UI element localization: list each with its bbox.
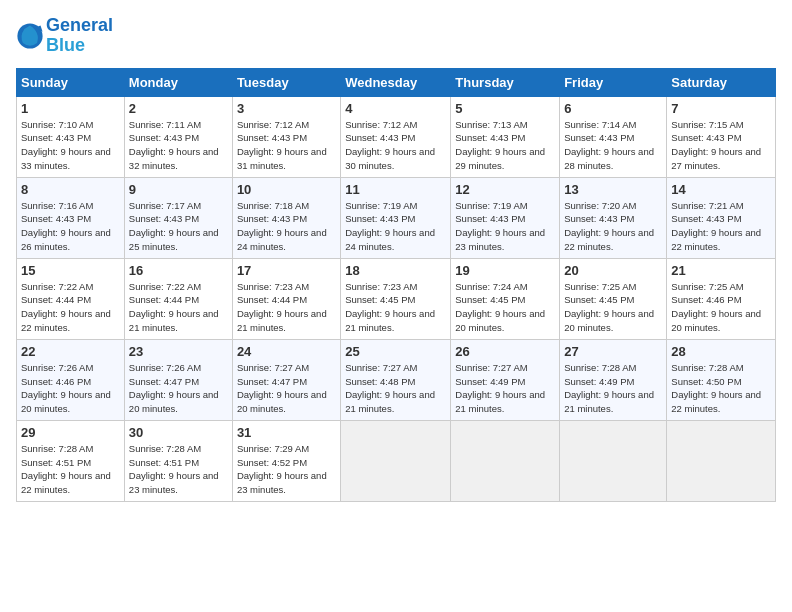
calendar-cell: 30 Sunrise: 7:28 AM Sunset: 4:51 PM Dayl… xyxy=(124,420,232,501)
calendar-cell xyxy=(341,420,451,501)
header-monday: Monday xyxy=(124,68,232,96)
day-info: Sunrise: 7:28 AM Sunset: 4:49 PM Dayligh… xyxy=(564,361,662,416)
day-info: Sunrise: 7:28 AM Sunset: 4:50 PM Dayligh… xyxy=(671,361,771,416)
day-number: 12 xyxy=(455,182,555,197)
day-info: Sunrise: 7:27 AM Sunset: 4:48 PM Dayligh… xyxy=(345,361,446,416)
day-number: 20 xyxy=(564,263,662,278)
day-info: Sunrise: 7:23 AM Sunset: 4:45 PM Dayligh… xyxy=(345,280,446,335)
logo: General Blue xyxy=(16,16,113,56)
day-number: 22 xyxy=(21,344,120,359)
day-number: 17 xyxy=(237,263,336,278)
day-info: Sunrise: 7:22 AM Sunset: 4:44 PM Dayligh… xyxy=(21,280,120,335)
day-number: 3 xyxy=(237,101,336,116)
calendar-cell xyxy=(451,420,560,501)
calendar-cell xyxy=(560,420,667,501)
calendar-cell: 11 Sunrise: 7:19 AM Sunset: 4:43 PM Dayl… xyxy=(341,177,451,258)
calendar-cell: 1 Sunrise: 7:10 AM Sunset: 4:43 PM Dayli… xyxy=(17,96,125,177)
day-info: Sunrise: 7:27 AM Sunset: 4:47 PM Dayligh… xyxy=(237,361,336,416)
day-number: 23 xyxy=(129,344,228,359)
day-number: 7 xyxy=(671,101,771,116)
day-number: 18 xyxy=(345,263,446,278)
day-number: 24 xyxy=(237,344,336,359)
calendar-week-3: 15 Sunrise: 7:22 AM Sunset: 4:44 PM Dayl… xyxy=(17,258,776,339)
day-info: Sunrise: 7:24 AM Sunset: 4:45 PM Dayligh… xyxy=(455,280,555,335)
day-number: 11 xyxy=(345,182,446,197)
day-number: 5 xyxy=(455,101,555,116)
header-friday: Friday xyxy=(560,68,667,96)
calendar-cell: 6 Sunrise: 7:14 AM Sunset: 4:43 PM Dayli… xyxy=(560,96,667,177)
calendar-cell: 14 Sunrise: 7:21 AM Sunset: 4:43 PM Dayl… xyxy=(667,177,776,258)
day-number: 21 xyxy=(671,263,771,278)
day-info: Sunrise: 7:23 AM Sunset: 4:44 PM Dayligh… xyxy=(237,280,336,335)
calendar-cell: 18 Sunrise: 7:23 AM Sunset: 4:45 PM Dayl… xyxy=(341,258,451,339)
day-info: Sunrise: 7:19 AM Sunset: 4:43 PM Dayligh… xyxy=(455,199,555,254)
day-info: Sunrise: 7:27 AM Sunset: 4:49 PM Dayligh… xyxy=(455,361,555,416)
calendar-cell: 10 Sunrise: 7:18 AM Sunset: 4:43 PM Dayl… xyxy=(232,177,340,258)
day-info: Sunrise: 7:14 AM Sunset: 4:43 PM Dayligh… xyxy=(564,118,662,173)
day-info: Sunrise: 7:20 AM Sunset: 4:43 PM Dayligh… xyxy=(564,199,662,254)
page-header: General Blue xyxy=(16,16,776,56)
day-number: 27 xyxy=(564,344,662,359)
calendar-cell: 31 Sunrise: 7:29 AM Sunset: 4:52 PM Dayl… xyxy=(232,420,340,501)
day-info: Sunrise: 7:26 AM Sunset: 4:47 PM Dayligh… xyxy=(129,361,228,416)
calendar-cell xyxy=(667,420,776,501)
day-number: 2 xyxy=(129,101,228,116)
calendar-cell: 5 Sunrise: 7:13 AM Sunset: 4:43 PM Dayli… xyxy=(451,96,560,177)
calendar-cell: 20 Sunrise: 7:25 AM Sunset: 4:45 PM Dayl… xyxy=(560,258,667,339)
day-number: 14 xyxy=(671,182,771,197)
calendar-week-1: 1 Sunrise: 7:10 AM Sunset: 4:43 PM Dayli… xyxy=(17,96,776,177)
calendar-cell: 17 Sunrise: 7:23 AM Sunset: 4:44 PM Dayl… xyxy=(232,258,340,339)
header-tuesday: Tuesday xyxy=(232,68,340,96)
day-info: Sunrise: 7:11 AM Sunset: 4:43 PM Dayligh… xyxy=(129,118,228,173)
calendar-cell: 16 Sunrise: 7:22 AM Sunset: 4:44 PM Dayl… xyxy=(124,258,232,339)
calendar-cell: 9 Sunrise: 7:17 AM Sunset: 4:43 PM Dayli… xyxy=(124,177,232,258)
day-info: Sunrise: 7:18 AM Sunset: 4:43 PM Dayligh… xyxy=(237,199,336,254)
calendar-week-5: 29 Sunrise: 7:28 AM Sunset: 4:51 PM Dayl… xyxy=(17,420,776,501)
header-thursday: Thursday xyxy=(451,68,560,96)
day-info: Sunrise: 7:28 AM Sunset: 4:51 PM Dayligh… xyxy=(21,442,120,497)
day-number: 28 xyxy=(671,344,771,359)
day-info: Sunrise: 7:15 AM Sunset: 4:43 PM Dayligh… xyxy=(671,118,771,173)
day-number: 13 xyxy=(564,182,662,197)
calendar-cell: 8 Sunrise: 7:16 AM Sunset: 4:43 PM Dayli… xyxy=(17,177,125,258)
day-number: 19 xyxy=(455,263,555,278)
day-number: 26 xyxy=(455,344,555,359)
calendar-cell: 25 Sunrise: 7:27 AM Sunset: 4:48 PM Dayl… xyxy=(341,339,451,420)
calendar-cell: 13 Sunrise: 7:20 AM Sunset: 4:43 PM Dayl… xyxy=(560,177,667,258)
day-number: 6 xyxy=(564,101,662,116)
calendar-table: SundayMondayTuesdayWednesdayThursdayFrid… xyxy=(16,68,776,502)
calendar-cell: 21 Sunrise: 7:25 AM Sunset: 4:46 PM Dayl… xyxy=(667,258,776,339)
calendar-cell: 27 Sunrise: 7:28 AM Sunset: 4:49 PM Dayl… xyxy=(560,339,667,420)
day-info: Sunrise: 7:21 AM Sunset: 4:43 PM Dayligh… xyxy=(671,199,771,254)
day-number: 1 xyxy=(21,101,120,116)
day-info: Sunrise: 7:29 AM Sunset: 4:52 PM Dayligh… xyxy=(237,442,336,497)
day-info: Sunrise: 7:16 AM Sunset: 4:43 PM Dayligh… xyxy=(21,199,120,254)
day-info: Sunrise: 7:10 AM Sunset: 4:43 PM Dayligh… xyxy=(21,118,120,173)
day-number: 25 xyxy=(345,344,446,359)
calendar-cell: 15 Sunrise: 7:22 AM Sunset: 4:44 PM Dayl… xyxy=(17,258,125,339)
day-info: Sunrise: 7:12 AM Sunset: 4:43 PM Dayligh… xyxy=(237,118,336,173)
calendar-cell: 19 Sunrise: 7:24 AM Sunset: 4:45 PM Dayl… xyxy=(451,258,560,339)
calendar-cell: 7 Sunrise: 7:15 AM Sunset: 4:43 PM Dayli… xyxy=(667,96,776,177)
calendar-week-4: 22 Sunrise: 7:26 AM Sunset: 4:46 PM Dayl… xyxy=(17,339,776,420)
header-saturday: Saturday xyxy=(667,68,776,96)
calendar-cell: 2 Sunrise: 7:11 AM Sunset: 4:43 PM Dayli… xyxy=(124,96,232,177)
day-info: Sunrise: 7:22 AM Sunset: 4:44 PM Dayligh… xyxy=(129,280,228,335)
calendar-cell: 29 Sunrise: 7:28 AM Sunset: 4:51 PM Dayl… xyxy=(17,420,125,501)
day-info: Sunrise: 7:13 AM Sunset: 4:43 PM Dayligh… xyxy=(455,118,555,173)
calendar-cell: 23 Sunrise: 7:26 AM Sunset: 4:47 PM Dayl… xyxy=(124,339,232,420)
day-info: Sunrise: 7:12 AM Sunset: 4:43 PM Dayligh… xyxy=(345,118,446,173)
calendar-cell: 22 Sunrise: 7:26 AM Sunset: 4:46 PM Dayl… xyxy=(17,339,125,420)
day-number: 16 xyxy=(129,263,228,278)
day-number: 8 xyxy=(21,182,120,197)
header-wednesday: Wednesday xyxy=(341,68,451,96)
calendar-cell: 4 Sunrise: 7:12 AM Sunset: 4:43 PM Dayli… xyxy=(341,96,451,177)
day-number: 30 xyxy=(129,425,228,440)
day-info: Sunrise: 7:28 AM Sunset: 4:51 PM Dayligh… xyxy=(129,442,228,497)
day-number: 4 xyxy=(345,101,446,116)
day-number: 31 xyxy=(237,425,336,440)
header-sunday: Sunday xyxy=(17,68,125,96)
logo-text: General Blue xyxy=(46,16,113,56)
calendar-cell: 12 Sunrise: 7:19 AM Sunset: 4:43 PM Dayl… xyxy=(451,177,560,258)
day-number: 9 xyxy=(129,182,228,197)
